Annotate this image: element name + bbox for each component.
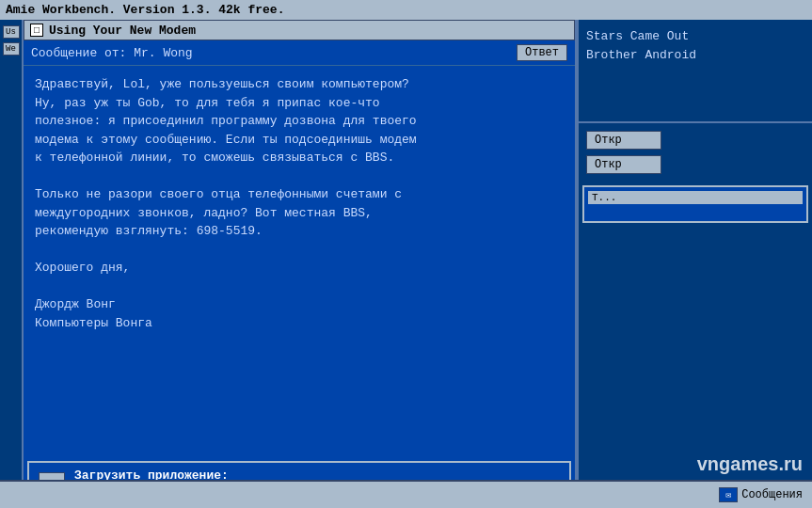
sidebar-item-we[interactable]: We	[3, 42, 20, 56]
email-from: Сообщение от: Mr. Wong	[31, 46, 193, 60]
bottom-bar-messages[interactable]: ✉ Сообщения	[719, 487, 803, 502]
center-panel: □ Using Your New Modem Сообщение от: Mr.…	[24, 20, 577, 508]
mini-windows: T...	[579, 182, 812, 508]
bottom-bar: ✉ Сообщения	[0, 480, 812, 508]
messages-label: Сообщения	[741, 488, 803, 501]
sidebar-item-us[interactable]: Us	[3, 25, 20, 39]
right-top-section: Stars Came Out Brother Android	[579, 20, 812, 123]
email-from-bar: Сообщение от: Mr. Wong Ответ	[24, 40, 575, 66]
messages-icon: ✉	[719, 487, 738, 502]
top-menu-bar: Amie Workbench. Version 1.3. 42k free.	[0, 0, 812, 20]
email-body: Здравствуй, Lol, уже пользуешься своим к…	[24, 66, 575, 457]
email-title-bar: □ Using Your New Modem	[24, 20, 575, 40]
left-sidebar: Us We	[0, 20, 24, 508]
right-top-text: Stars Came Out Brother Android	[586, 27, 804, 64]
mini-win-title-1: T...	[588, 191, 803, 204]
title-checkbox[interactable]: □	[30, 24, 43, 37]
right-sidebar: Stars Came Out Brother Android Откр Откр…	[577, 20, 812, 508]
mini-win-1: T...	[582, 185, 808, 223]
right-btn-1[interactable]: Откр	[586, 131, 661, 150]
main-area: Us We □ Using Your New Modem Сообщение о…	[0, 20, 812, 508]
right-buttons: Откр Откр	[579, 123, 812, 182]
email-title: Using Your New Modem	[49, 24, 196, 38]
top-bar-text: Amie Workbench. Version 1.3. 42k free.	[6, 3, 284, 17]
email-window: □ Using Your New Modem Сообщение от: Mr.…	[24, 20, 575, 508]
reply-button[interactable]: Ответ	[517, 44, 567, 61]
right-btn-2[interactable]: Откр	[586, 155, 661, 174]
